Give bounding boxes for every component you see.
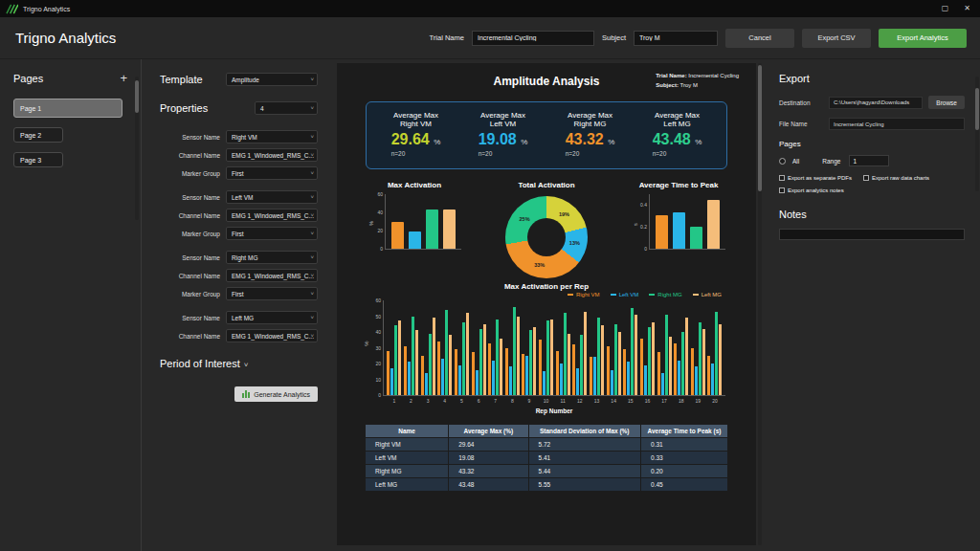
maximize-icon[interactable]: ▢ (942, 5, 949, 12)
chart-bar (488, 343, 491, 395)
bar-group: 11 (556, 300, 570, 395)
table-cell: Left VM (366, 452, 449, 465)
channel-name-dropdown[interactable]: EMG 1_Windowed_RMS_C... (226, 148, 318, 162)
sensor-groups: Sensor NameRight VMChannel NameEMG 1_Win… (160, 130, 318, 342)
chart-bar (391, 222, 404, 249)
export-panel: Export Destination C:\Users\jhagyard\Dow… (764, 59, 980, 551)
chart-bar (421, 356, 424, 395)
bar-group: 3 (421, 300, 435, 395)
property-row: Sensor NameRight MG (160, 251, 318, 264)
chart-bar (437, 342, 440, 395)
chart-bar (681, 332, 684, 395)
donut-hole (527, 218, 566, 256)
chart-bar (387, 351, 390, 395)
stat-unit: % (695, 138, 702, 146)
chart-bar (707, 200, 720, 249)
table-header-cell: Standard Deviation of Max (%) (528, 425, 640, 438)
export-separate-pdfs-checkbox[interactable]: Export as separate PDFs (779, 175, 852, 181)
chart-bar (517, 317, 520, 396)
file-name-label: File Name (779, 121, 823, 127)
property-count-dropdown[interactable]: 4 (255, 101, 318, 115)
generate-analytics-button[interactable]: Generate Analytics (234, 386, 318, 402)
chart-bar (429, 334, 432, 395)
property-row: Marker GroupFirst (160, 227, 318, 240)
x-tick: 6 (478, 398, 480, 404)
stat-title: Average Max (546, 111, 634, 120)
chart-bar (678, 361, 680, 395)
cancel-button[interactable]: Cancel (725, 29, 794, 48)
legend-item: Left VM (611, 292, 639, 298)
pages-scrollbar[interactable] (135, 77, 139, 220)
pages-panel: Pages + Page 1Page 2Page 3 (0, 59, 142, 551)
destination-path: C:\Users\jhagyard\Downloads (829, 97, 923, 109)
chart-bar (568, 334, 570, 395)
sensor-name-dropdown[interactable]: Right VM (226, 130, 318, 143)
property-row: Channel NameEMG 1_Windowed_RMS_C... (160, 209, 318, 222)
sensor-name-dropdown[interactable]: Left MG (226, 311, 318, 324)
x-tick: 20 (712, 398, 718, 404)
property-label: Channel Name (179, 273, 220, 279)
legend-swatch (611, 294, 616, 296)
stat-subtitle: Right VM (372, 120, 459, 128)
pages-all-radio[interactable] (779, 158, 786, 165)
notes-input[interactable] (779, 229, 965, 240)
chart-bar (543, 371, 546, 395)
table-cell: 19.08 (449, 452, 528, 465)
close-icon[interactable]: ✕ (964, 5, 970, 12)
stat-value: 43.32 % (566, 132, 615, 147)
channel-name-dropdown[interactable]: EMG 1_Windowed_RMS_C... (226, 209, 318, 222)
export-csv-button[interactable]: Export CSV (802, 29, 871, 48)
export-scrollbar[interactable] (975, 77, 979, 191)
chart-bar (564, 313, 567, 395)
property-label: Sensor Name (182, 254, 220, 261)
property-label: Channel Name (179, 152, 220, 159)
chart-bar (496, 320, 499, 395)
template-dropdown[interactable]: Amplitude (226, 73, 318, 86)
export-raw-data-charts-checkbox[interactable]: Export raw data charts (863, 175, 929, 181)
export-analytics-button[interactable]: Export Analytics (879, 29, 967, 48)
property-row: Sensor NameRight VM (160, 130, 318, 143)
x-tick: 10 (544, 398, 549, 404)
channel-name-dropdown[interactable]: EMG 1_Windowed_RMS_C... (226, 329, 318, 342)
channel-name-dropdown[interactable]: EMG 1_Windowed_RMS_C... (226, 269, 318, 282)
subject-input[interactable] (634, 31, 718, 46)
y-tick: 0.2 (640, 225, 647, 230)
sensor-name-dropdown[interactable]: Right MG (226, 251, 318, 264)
y-tick: 20 (375, 362, 381, 366)
chart-bar (661, 373, 664, 395)
marker-group-dropdown[interactable]: First (226, 166, 318, 180)
trial-name-input[interactable] (472, 31, 594, 46)
marker-group-dropdown[interactable]: First (226, 287, 318, 300)
chart-bar (674, 343, 677, 395)
chart-bar (702, 329, 705, 395)
period-of-interest-header[interactable]: Period of Interest˅ (160, 358, 318, 369)
sensor-group: Sensor NameLeft MGChannel NameEMG 1_Wind… (160, 311, 318, 342)
chart-bar (719, 324, 722, 395)
stats-row: Average MaxRight VM29.64 %n=20Average Ma… (366, 101, 727, 169)
page-item[interactable]: Page 3 (13, 152, 63, 167)
browse-button[interactable]: Browse (928, 96, 965, 109)
table-cell: 0.33 (641, 452, 728, 465)
page-item[interactable]: Page 1 (13, 99, 122, 118)
chart-bar (462, 322, 465, 395)
chart-bar (539, 340, 542, 395)
perrep-y-axis-label: % (364, 341, 369, 345)
x-tick: 3 (427, 398, 430, 404)
page-item[interactable]: Page 2 (13, 127, 63, 143)
add-page-icon[interactable]: + (120, 71, 127, 85)
pages-range-input[interactable] (849, 155, 889, 166)
report-scrollbar[interactable] (758, 63, 762, 545)
chart-bar (611, 370, 613, 395)
file-name-input[interactable]: Incremental Cycling (829, 118, 965, 130)
bar-group: 5 (455, 300, 469, 395)
stat-subtitle: Left MG (634, 120, 721, 128)
x-tick: 1 (392, 398, 395, 404)
export-analytics-notes-checkbox[interactable]: Export analytics notes (779, 187, 844, 193)
chart-bar (466, 313, 469, 395)
chart-bar (593, 357, 596, 395)
marker-group-dropdown[interactable]: First (226, 227, 318, 240)
bar-group: 15 (623, 300, 637, 395)
properties-label: Properties (160, 102, 208, 114)
template-label: Template (160, 74, 203, 85)
sensor-name-dropdown[interactable]: Left VM (226, 190, 318, 204)
